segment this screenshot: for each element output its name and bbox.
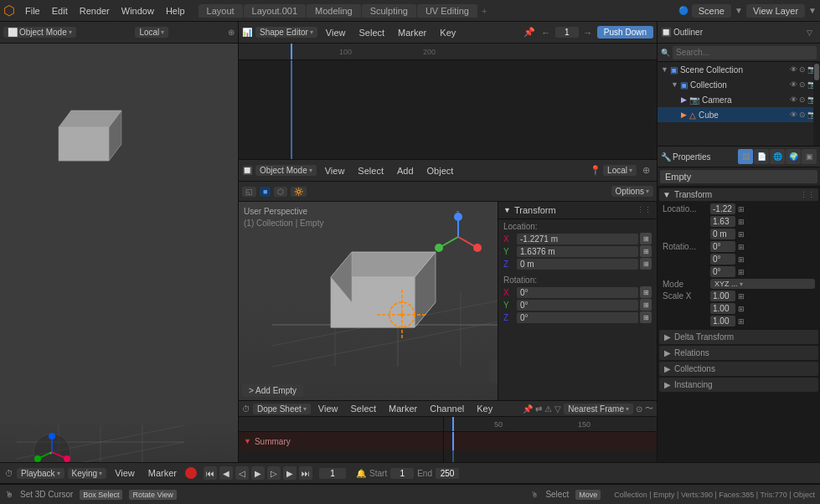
rot-y-lock-icon[interactable]: ⊞ (640, 299, 652, 311)
props-object-name[interactable]: Empty (660, 170, 817, 183)
rot-x-input[interactable]: 0° (517, 287, 638, 298)
loc-x-lock-icon[interactable]: ⊞ (640, 233, 652, 244)
vp-select-menu[interactable]: Select (353, 164, 389, 177)
push-down-btn[interactable]: Push Down (597, 26, 653, 39)
menu-edit[interactable]: Edit (47, 4, 73, 18)
props-loc-y[interactable]: 1.63 (710, 216, 735, 227)
tl-wave-icon[interactable]: 〜 (645, 403, 653, 414)
loc-y-input[interactable]: 1.6376 m (517, 246, 638, 257)
props-loc-x-lock[interactable]: ⊞ (738, 205, 745, 213)
status-move-btn[interactable]: Move (575, 490, 601, 500)
cam-eye-icon[interactable]: 👁 (790, 95, 797, 104)
outliner-search-input[interactable] (673, 46, 817, 59)
props-tab-object[interactable]: ▣ (802, 149, 817, 164)
relations-section[interactable]: ▶ Relations (659, 346, 818, 360)
jump-start-btn[interactable]: ⏮ (204, 466, 217, 480)
menu-help[interactable]: Help (161, 4, 190, 18)
scene-dropdown[interactable]: Scene (692, 4, 731, 18)
cam-sel-icon[interactable]: ⊙ (799, 95, 806, 104)
cube-eye-icon[interactable]: 👁 (790, 111, 797, 119)
props-tab-world[interactable]: 🌍 (786, 149, 801, 164)
tl-funnel-icon[interactable]: ▽ (554, 404, 561, 414)
vp-view-menu[interactable]: View (320, 164, 350, 177)
vp-local-dropdown[interactable]: Local ▾ (603, 165, 637, 176)
tl-extra-icon[interactable]: ⊙ (636, 404, 642, 414)
menu-render[interactable]: Render (75, 4, 115, 18)
props-rot-y[interactable]: 0° (710, 254, 735, 265)
tl-key-menu[interactable]: Key (472, 402, 498, 415)
tl-pin-icon[interactable]: 📌 (523, 404, 533, 414)
playback-marker-menu[interactable]: Marker (143, 466, 182, 480)
shape-arrow-right-icon[interactable]: → (580, 25, 596, 40)
shape-frame-input[interactable]: 1 (555, 27, 579, 38)
loc-y-lock-icon[interactable]: ⊞ (640, 245, 652, 257)
props-loc-x[interactable]: -1.22 (710, 203, 735, 214)
outliner-collection[interactable]: ▼ ▣ Collection 👁 ⊙ 📷 (658, 77, 820, 92)
props-scale-z-lock[interactable]: ⊞ (738, 317, 745, 326)
outliner-scene-collection[interactable]: ▼ ▣ Scene Collection 👁 ⊙ 📷 (658, 62, 820, 77)
shape-arrow-left-icon[interactable]: ← (539, 25, 554, 40)
tab-sculpting[interactable]: Sculpting (362, 4, 416, 18)
props-scale-x[interactable]: 1.00 (710, 291, 735, 301)
vp-icon-wire[interactable]: ⬡ (274, 187, 287, 197)
tl-channel-menu[interactable]: Channel (425, 402, 469, 415)
record-btn[interactable] (185, 467, 197, 479)
shape-pin-icon[interactable]: 📌 (522, 25, 537, 40)
props-loc-y-lock[interactable]: ⊞ (738, 218, 745, 226)
viewport-shading-left[interactable]: Local ▾ (135, 27, 168, 38)
view-layer-dropdown[interactable]: View Layer (746, 4, 805, 18)
props-mode-dropdown[interactable]: XYZ ... ▾ (710, 279, 815, 289)
rot-z-input[interactable]: 0° (517, 312, 638, 323)
prev-frame-btn[interactable]: ◀ (219, 466, 233, 480)
main-3d-viewport[interactable]: User Perspective (1) Collection | Empty (239, 202, 657, 400)
tl-sync-icon[interactable]: ⇄ (535, 404, 542, 414)
props-tab-output[interactable]: 📄 (754, 149, 769, 164)
frame-end-input[interactable]: 250 (436, 468, 459, 479)
dope-sheet-dropdown[interactable]: Dope Sheet ▾ (253, 404, 311, 414)
props-tab-render[interactable]: 🖼 (738, 149, 753, 164)
rot-x-lock-icon[interactable]: ⊞ (640, 286, 652, 298)
tl-view-menu[interactable]: View (313, 402, 343, 415)
snap-mode-dropdown[interactable]: Nearest Frame ▾ (564, 404, 633, 414)
loc-x-input[interactable]: -1.2271 m (517, 234, 638, 244)
prev-keyframe-btn[interactable]: ◁ (235, 466, 249, 480)
next-frame-btn[interactable]: ▶ (283, 466, 297, 480)
delta-transform-section[interactable]: ▶ Delta Transform (659, 330, 818, 344)
outliner-v-scrollbar[interactable] (813, 62, 820, 146)
shape-view-menu[interactable]: View (321, 26, 351, 39)
sc-eye-icon[interactable]: 👁 (790, 65, 797, 74)
menu-window[interactable]: Window (116, 4, 159, 18)
props-rot-z-lock[interactable]: ⊞ (738, 268, 745, 276)
props-scale-y-lock[interactable]: ⊞ (738, 305, 745, 313)
frame-start-input[interactable]: 1 (390, 468, 414, 479)
vp-extra-icon[interactable]: ⊕ (638, 163, 653, 178)
rot-y-input[interactable]: 0° (517, 300, 638, 311)
props-rot-x[interactable]: 0° (710, 241, 735, 252)
transform-collapse-icon[interactable]: ▼ (503, 206, 511, 214)
transform-props-header[interactable]: ▼ Transform ⋮⋮ (659, 188, 818, 201)
vp-options-btn[interactable]: Options ▾ (611, 186, 653, 197)
loc-z-input[interactable]: 0 m (517, 259, 638, 270)
props-rot-z[interactable]: 0° (710, 266, 735, 277)
interaction-mode-left[interactable]: ⬜ Object Mode ▾ (3, 27, 76, 38)
props-tab-scene[interactable]: 🌐 (770, 149, 785, 164)
shape-editor-content[interactable] (239, 60, 657, 159)
blender-logo-icon[interactable]: ⬡ (3, 3, 15, 18)
props-scale-z[interactable]: 1.00 (710, 316, 735, 327)
outliner-camera[interactable]: ▶ 📷 Camera 👁 ⊙ 📷 (658, 92, 820, 107)
tl-select-menu[interactable]: Select (345, 402, 381, 415)
cube-sel-icon[interactable]: ⊙ (799, 111, 806, 119)
props-rot-x-lock[interactable]: ⊞ (738, 243, 745, 251)
vp-object-menu[interactable]: Object (422, 164, 459, 177)
rot-z-lock-icon[interactable]: ⊞ (640, 311, 652, 323)
add-empty-btn[interactable]: > Add Empty (242, 384, 303, 397)
left-3d-viewport[interactable]: + (0, 44, 238, 484)
current-frame-display[interactable]: 1 (319, 468, 346, 479)
vp-add-menu[interactable]: Add (392, 164, 419, 177)
instancing-section[interactable]: ▶ Instancing (659, 378, 818, 392)
loc-z-lock-icon[interactable]: ⊞ (640, 258, 652, 270)
play-btn[interactable]: ▶ (251, 466, 265, 480)
shape-select-menu[interactable]: Select (353, 26, 389, 39)
summary-row[interactable]: ▼ Summary (239, 432, 443, 450)
tab-uv-editing[interactable]: UV Editing (417, 4, 477, 18)
